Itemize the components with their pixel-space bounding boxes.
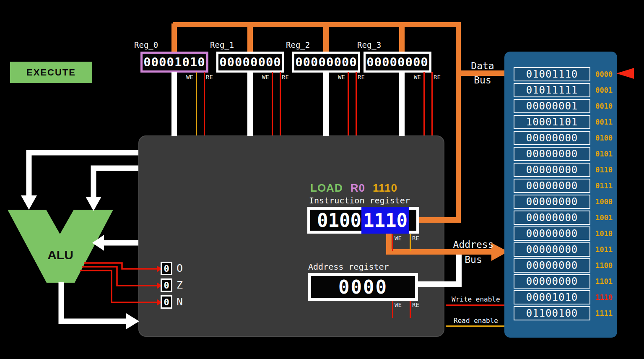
- flag-o-label: O: [177, 262, 183, 274]
- memory-row: 00000000 0101: [514, 147, 613, 161]
- register-we-label: WE: [186, 74, 193, 81]
- instruction-register: 0100 1110: [307, 207, 419, 234]
- register-data-line: [399, 72, 405, 136]
- memory-rows: 01001110 0000 01011111 0001 00000001 001…: [514, 67, 613, 322]
- memory-cell: 00000000: [514, 195, 590, 209]
- register-bus-stub: [171, 23, 177, 52]
- ir-value-plain: 0100: [317, 210, 361, 231]
- memory-row: 00000000 0100: [514, 131, 613, 145]
- cpu-simulator: ALU EXECUTE Reg_0 00001: [0, 0, 644, 359]
- register-re-line: [280, 72, 281, 135]
- register-box: 00000000: [292, 52, 360, 73]
- write-enable-label: Write enable: [452, 295, 500, 303]
- memory-row: 01100100 1111: [514, 306, 613, 320]
- memory-pointer-icon: [616, 68, 634, 79]
- memory-address: 0000: [595, 70, 613, 78]
- register-we-label: WE: [262, 74, 269, 81]
- memory-cell: 00000000: [514, 242, 590, 257]
- memory-row: 00000000 1011: [514, 242, 613, 257]
- memory-address: 1011: [595, 245, 613, 254]
- memory-cell: 10001101: [514, 115, 590, 129]
- alu-output-arrow-icon: [126, 313, 139, 329]
- ar-we-label: WE: [395, 302, 402, 308]
- memory-cell: 01011111: [514, 83, 590, 97]
- register-re-label: RE: [206, 74, 213, 81]
- register-box: 00000000: [216, 52, 284, 73]
- address-register-label: Address register: [308, 262, 389, 272]
- register-box: 00000000: [364, 52, 431, 73]
- register-re-line: [204, 72, 205, 135]
- flag-z-label: Z: [177, 279, 183, 291]
- register-box: 00001010: [140, 52, 208, 73]
- register-data-line: [171, 72, 177, 136]
- memory-address: 1101: [595, 277, 613, 286]
- execute-button[interactable]: EXECUTE: [10, 62, 92, 83]
- register-we-line: [423, 72, 425, 135]
- memory-address: 1110: [595, 293, 613, 302]
- data-bus-label-line1: Data: [470, 60, 495, 71]
- memory-row: 10001101 0011: [514, 115, 613, 129]
- ar-re-label: RE: [412, 302, 419, 308]
- memory-cell: 00000000: [514, 163, 590, 177]
- memory-row: 00000000 0111: [514, 179, 613, 193]
- memory-cell: 01001110: [514, 67, 590, 81]
- instruction-address-operand: 1110: [373, 182, 397, 195]
- memory-row: 00000000 1010: [514, 226, 613, 241]
- register-data-line: [247, 72, 253, 136]
- current-instruction: LOAD R0 1110: [310, 182, 397, 195]
- address-bus-label-line1: Address: [452, 239, 495, 250]
- flag-n-value: 0: [161, 295, 172, 309]
- memory-address: 0110: [595, 166, 613, 174]
- instruction-opcode: LOAD: [310, 182, 343, 195]
- register-bus-stub: [247, 23, 253, 52]
- memory-cell: 01100100: [514, 306, 590, 320]
- ir-value-highlighted: 1110: [361, 207, 409, 234]
- memory-address: 0100: [595, 134, 613, 142]
- memory-cell: 00000000: [514, 179, 590, 193]
- register-we-line: [348, 72, 349, 135]
- flag-o-value: 0: [161, 262, 172, 275]
- flag-z-value: 0: [161, 278, 172, 292]
- memory-cell: 00000000: [514, 211, 590, 225]
- register-name: Reg_0: [134, 40, 158, 49]
- ir-we-label: WE: [395, 235, 402, 242]
- memory-address: 1111: [595, 309, 613, 317]
- memory-row: 00000000 1001: [514, 211, 613, 225]
- memory-row: 00000000 1101: [514, 274, 613, 289]
- memory-address: 0010: [595, 102, 613, 110]
- ir-re-label: RE: [412, 235, 419, 242]
- memory-address: 1010: [595, 229, 613, 238]
- memory-row: 00000001 0010: [514, 99, 613, 113]
- read-enable-label: Read enable: [454, 317, 498, 325]
- register-bus-stub: [323, 23, 329, 52]
- memory-row: 00001010 1110: [514, 290, 613, 304]
- register-we-line: [272, 72, 273, 135]
- register-we-line: [196, 72, 197, 135]
- register-re-label: RE: [282, 74, 289, 81]
- flag-wires: [80, 263, 158, 302]
- register-re-line: [356, 72, 357, 135]
- memory-address: 1100: [595, 261, 613, 270]
- instruction-register-label: Instruction register: [309, 195, 410, 206]
- register-re-label: RE: [434, 74, 441, 81]
- memory-address: 0001: [595, 86, 613, 94]
- memory-cell: 00000000: [514, 147, 590, 161]
- register-name: Reg_2: [286, 40, 310, 49]
- memory-cell: 00000000: [514, 226, 590, 241]
- memory-cell: 00000000: [514, 131, 590, 145]
- memory-cell: 00000000: [514, 258, 590, 273]
- data-bus-label-line2: Bus: [470, 75, 495, 86]
- memory-row: 01001110 0000: [514, 67, 613, 81]
- alu-label: ALU: [47, 248, 73, 262]
- memory-row: 00000000 0110: [514, 163, 613, 177]
- alu-input-a-arrow-icon: [21, 195, 37, 210]
- register-re-label: RE: [358, 74, 365, 81]
- register-name: Reg_3: [357, 40, 381, 49]
- register-we-label: WE: [414, 74, 421, 81]
- flag-n-label: N: [177, 296, 183, 308]
- memory-address: 0111: [595, 182, 613, 190]
- memory-cell: 00001010: [514, 290, 590, 304]
- memory-row: 00000000 1000: [514, 195, 613, 209]
- memory-panel: 01001110 0000 01011111 0001 00000001 001…: [504, 52, 617, 338]
- alu-input-b-arrow-icon: [86, 197, 101, 211]
